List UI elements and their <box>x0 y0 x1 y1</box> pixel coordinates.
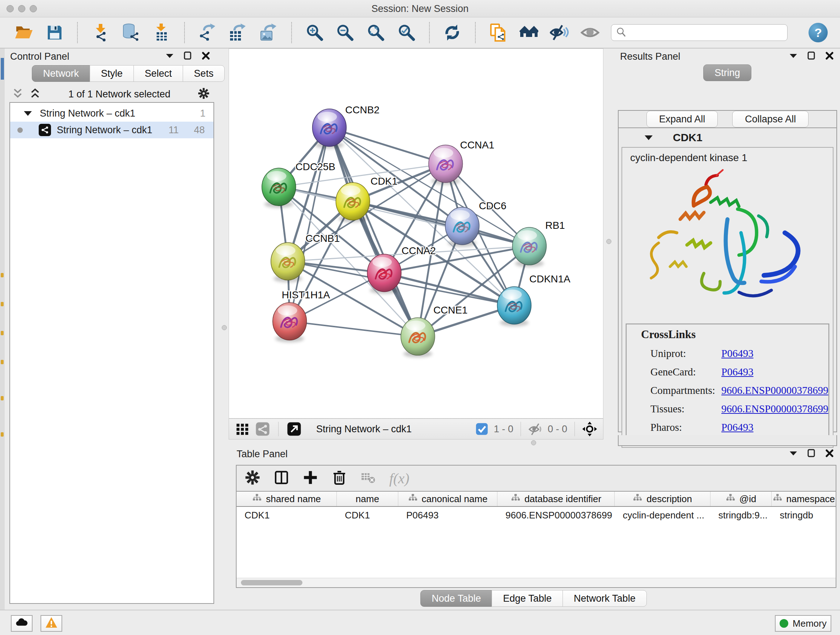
network-row-selected[interactable]: String Network – cdk1 11 48 <box>10 122 213 138</box>
tab-select[interactable]: Select <box>134 65 183 82</box>
show-all-icon[interactable] <box>581 23 600 42</box>
network-node-CCNE1[interactable] <box>401 318 435 358</box>
column-header-description[interactable]: description <box>615 492 710 506</box>
save-session-icon[interactable] <box>45 23 65 42</box>
panel-menu-icon[interactable] <box>789 51 798 62</box>
tab-style[interactable]: Style <box>90 65 134 82</box>
panel-close-icon[interactable] <box>825 51 834 62</box>
crosslink-pharos-link[interactable]: P06493 <box>722 421 753 433</box>
cell-canonical-name[interactable]: P06493 <box>398 507 497 524</box>
panel-float-icon[interactable] <box>807 448 816 459</box>
network-edge[interactable] <box>329 128 445 164</box>
search-input[interactable] <box>630 27 783 38</box>
horizontal-splitter-handle[interactable] <box>531 440 536 445</box>
panel-close-icon[interactable] <box>825 448 834 459</box>
column-header-namespace[interactable]: namespace <box>772 492 836 506</box>
cloud-button[interactable] <box>11 615 33 632</box>
delete-column-icon[interactable] <box>332 470 347 487</box>
show-grid-icon[interactable] <box>235 421 250 437</box>
import-network-database-icon[interactable] <box>122 23 141 42</box>
tab-string[interactable]: String <box>703 65 752 81</box>
expand-all-button[interactable]: Expand All <box>646 111 718 127</box>
detach-view-icon[interactable] <box>286 421 302 437</box>
panel-close-icon[interactable] <box>201 51 210 62</box>
column-header-name[interactable]: name <box>337 492 398 506</box>
column-header-canonical-name[interactable]: canonical name <box>398 492 497 506</box>
network-node-CDC25B[interactable] <box>262 168 296 208</box>
export-network-icon[interactable] <box>198 23 217 42</box>
tab-edge-table[interactable]: Edge Table <box>492 590 563 607</box>
first-neighbors-icon[interactable] <box>519 23 538 42</box>
zoom-fit-icon[interactable] <box>366 23 386 42</box>
open-session-icon[interactable] <box>14 23 34 42</box>
import-table-icon[interactable] <box>152 23 172 42</box>
hidden-items-icon[interactable] <box>528 421 543 437</box>
network-node-CDK1[interactable] <box>336 182 370 222</box>
show-columns-icon[interactable] <box>273 470 289 487</box>
gene-section-header[interactable]: CDK1 <box>619 128 836 147</box>
right-splitter-handle[interactable] <box>606 239 611 244</box>
network-graph[interactable]: CCNB2CCNA1CDC25BCDK1CDC6RB1CCNB1CCNA2CDK… <box>229 49 603 418</box>
panel-float-icon[interactable] <box>807 51 816 62</box>
cell-shared-name[interactable]: CDK1 <box>237 507 337 524</box>
network-node-CDC6[interactable] <box>445 207 479 247</box>
network-options-gear-icon[interactable] <box>197 87 210 101</box>
crosslink-tissues-link[interactable]: 9606.ENSP00000378699 <box>722 403 829 415</box>
collapse-all-button[interactable]: Collapse All <box>732 111 808 127</box>
network-node-RB1[interactable] <box>512 227 546 267</box>
left-splitter-handle[interactable] <box>222 325 227 330</box>
search-box[interactable] <box>611 24 788 41</box>
zoom-out-icon[interactable] <box>336 23 355 42</box>
network-birdseye-icon[interactable] <box>255 421 270 437</box>
memory-button[interactable]: Memory <box>775 615 831 632</box>
network-edge[interactable] <box>384 273 514 306</box>
cell-id[interactable]: stringdb:9... <box>711 507 772 524</box>
zoom-selected-icon[interactable] <box>397 23 416 42</box>
tab-network[interactable]: Network <box>32 65 90 82</box>
crosslink-genecard-link[interactable]: P06493 <box>722 366 753 378</box>
section-collapse-icon[interactable] <box>645 135 653 140</box>
scrollbar-thumb[interactable] <box>241 580 302 585</box>
add-column-icon[interactable] <box>302 470 318 487</box>
crosslink-uniprot-link[interactable]: P06493 <box>722 348 753 359</box>
cell-name[interactable]: CDK1 <box>337 507 398 524</box>
selected-items-icon[interactable] <box>474 421 489 437</box>
collapse-all-networks-icon[interactable] <box>11 87 24 101</box>
collection-expand-icon[interactable] <box>24 111 32 116</box>
import-network-file-icon[interactable] <box>91 23 110 42</box>
hide-selected-icon[interactable] <box>550 23 569 42</box>
cell-description[interactable]: cyclin-dependent ... <box>615 507 710 524</box>
network-edge[interactable] <box>329 128 418 337</box>
help-button[interactable]: ? <box>808 23 828 42</box>
column-header-database-identifier[interactable]: database identifier <box>497 492 615 506</box>
network-canvas[interactable]: CCNB2CCNA1CDC25BCDK1CDC6RB1CCNB1CCNA2CDK… <box>229 49 603 418</box>
panel-menu-icon[interactable] <box>165 51 174 62</box>
export-table-icon[interactable] <box>229 23 248 42</box>
table-options-gear-icon[interactable] <box>245 470 261 487</box>
export-image-icon[interactable] <box>259 23 279 42</box>
clone-network-icon[interactable] <box>489 23 508 42</box>
network-edge[interactable] <box>290 321 418 337</box>
network-node-CCNA1[interactable] <box>429 145 463 185</box>
tab-network-table[interactable]: Network Table <box>562 590 647 607</box>
cell-database-identifier[interactable]: 9606.ENSP00000378699 <box>497 507 615 524</box>
panel-menu-icon[interactable] <box>789 448 798 459</box>
column-header-shared-name[interactable]: shared name <box>237 492 337 506</box>
column-header-id[interactable]: @id <box>711 492 772 506</box>
cell-namespace[interactable]: stringdb <box>772 507 836 524</box>
table-horizontal-scrollbar[interactable] <box>237 578 836 587</box>
apply-layout-icon[interactable] <box>443 23 462 42</box>
tab-sets[interactable]: Sets <box>183 65 225 82</box>
warnings-button[interactable] <box>41 615 62 632</box>
network-node-CDKN1A[interactable] <box>497 287 531 326</box>
network-node-CCNB1[interactable] <box>271 242 305 282</box>
fit-selection-icon[interactable] <box>582 421 597 437</box>
table-row[interactable]: CDK1 CDK1 P06493 9606.ENSP00000378699 cy… <box>237 507 836 524</box>
tab-node-table[interactable]: Node Table <box>420 590 492 607</box>
zoom-in-icon[interactable] <box>305 23 324 42</box>
panel-float-icon[interactable] <box>183 51 193 62</box>
expand-all-networks-icon[interactable] <box>29 87 41 101</box>
network-collection-row[interactable]: String Network – cdk1 1 <box>10 105 213 122</box>
crosslink-compartments-link[interactable]: 9606.ENSP00000378699 <box>722 385 829 396</box>
network-node-HIST1H1A[interactable] <box>273 302 307 342</box>
